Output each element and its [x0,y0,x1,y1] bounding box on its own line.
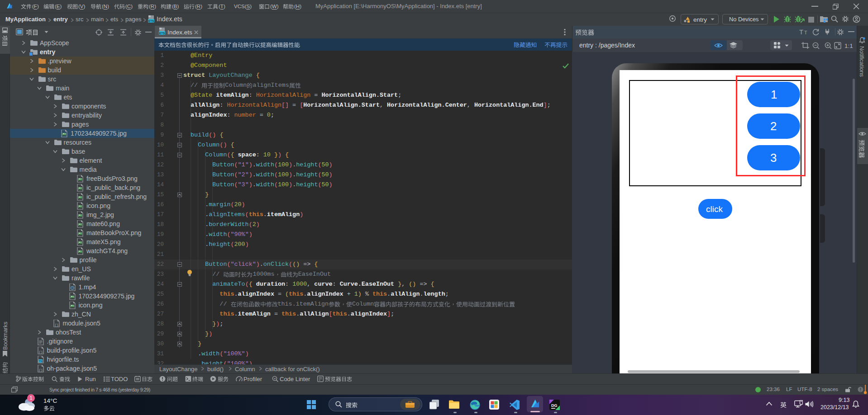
svg-text:ETS: ETS [148,19,154,23]
svg-text:{}: {} [38,350,43,354]
svg-text:T: T [799,28,803,36]
svg-text:DG: DG [551,403,558,408]
svg-text:T: T [804,30,807,35]
svg-text:{}: {} [54,323,59,327]
svg-text:TS: TS [38,360,42,363]
svg-text:ETS: ETS [159,32,165,35]
svg-text:Bookmarks: Bookmarks [2,321,9,350]
svg-text:?: ? [72,287,73,290]
svg-text:Notifications: Notifications [858,46,865,77]
svg-text:{}: {} [38,368,43,372]
